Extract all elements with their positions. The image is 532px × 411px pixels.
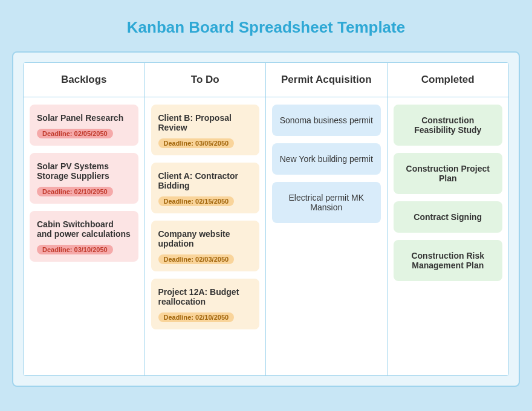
list-item[interactable]: Solar PV Systems Storage Suppliers Deadl… [30, 153, 138, 204]
deadline-badge: Deadline: 03/05/2050 [158, 138, 235, 148]
list-item[interactable]: Construction Project Plan [394, 153, 503, 194]
column-header-todo: To Do [145, 63, 266, 97]
card-title: Construction Risk Management Plan [401, 251, 496, 270]
deadline-badge: Deadline: 03/10/2050 [37, 245, 113, 254]
page-title: Kanban Board Spreadsheet Template [127, 18, 405, 37]
deadline-badge: Deadline: 02/03/2050 [158, 254, 235, 264]
list-item[interactable]: Electrical permit MK Mansion [272, 182, 381, 223]
list-item[interactable]: Project 12A: Budget reallocation Deadlin… [151, 279, 260, 329]
list-item[interactable]: New York building permit [272, 143, 381, 175]
deadline-badge: Deadline: 02/10/2050 [158, 312, 235, 322]
column-body-completed: Construction Feasibility Study Construct… [388, 97, 509, 375]
column-header-backlogs: Backlogs [24, 63, 144, 97]
list-item[interactable]: Construction Risk Management Plan [394, 240, 503, 281]
column-header-permit: Permit Acquisition [266, 63, 387, 97]
list-item[interactable]: Client B: Proposal Review Deadline: 03/0… [151, 105, 260, 155]
list-item[interactable]: Contract Signing [394, 201, 503, 233]
list-item[interactable]: Client A: Contractor Bidding Deadline: 0… [151, 163, 260, 213]
column-backlogs: Backlogs Solar Panel Research Deadline: … [24, 63, 145, 375]
card-title: Client A: Contractor Bidding [158, 171, 253, 190]
list-item[interactable]: Cabin Switchboard and power calculations… [30, 211, 138, 262]
board-columns: Backlogs Solar Panel Research Deadline: … [23, 62, 509, 376]
column-body-permit: Sonoma business permit New York building… [266, 97, 387, 375]
deadline-badge: Deadline: 02/10/2050 [37, 187, 113, 196]
list-item[interactable]: Sonoma business permit [272, 105, 381, 136]
card-title: Construction Project Plan [401, 164, 496, 183]
column-header-completed: Completed [388, 63, 509, 97]
card-title: Solar PV Systems Storage Suppliers [37, 161, 131, 181]
list-item[interactable]: Construction Feasibility Study [394, 105, 503, 146]
column-permit: Permit Acquisition Sonoma business permi… [266, 63, 388, 375]
board-container: Backlogs Solar Panel Research Deadline: … [12, 51, 520, 387]
card-title: Electrical permit MK Mansion [279, 193, 374, 212]
column-todo: To Do Client B: Proposal Review Deadline… [145, 63, 267, 375]
column-body-todo: Client B: Proposal Review Deadline: 03/0… [145, 97, 266, 375]
card-title: Construction Feasibility Study [401, 115, 496, 135]
card-title: Client B: Proposal Review [158, 113, 253, 132]
card-title: New York building permit [279, 154, 374, 164]
card-title: Company website updation [158, 229, 253, 248]
card-title: Cabin Switchboard and power calculations [37, 219, 131, 239]
deadline-badge: Deadline: 02/05/2050 [37, 129, 113, 138]
list-item[interactable]: Solar Panel Research Deadline: 02/05/205… [30, 105, 138, 146]
list-item[interactable]: Company website updation Deadline: 02/03… [151, 221, 260, 271]
deadline-badge: Deadline: 02/15/2050 [158, 196, 235, 206]
column-completed: Completed Construction Feasibility Study… [388, 63, 509, 375]
card-title: Project 12A: Budget reallocation [158, 287, 253, 306]
card-title: Contract Signing [401, 212, 496, 222]
card-title: Solar Panel Research [37, 113, 131, 123]
column-body-backlogs: Solar Panel Research Deadline: 02/05/205… [24, 97, 144, 375]
card-title: Sonoma business permit [279, 115, 374, 125]
